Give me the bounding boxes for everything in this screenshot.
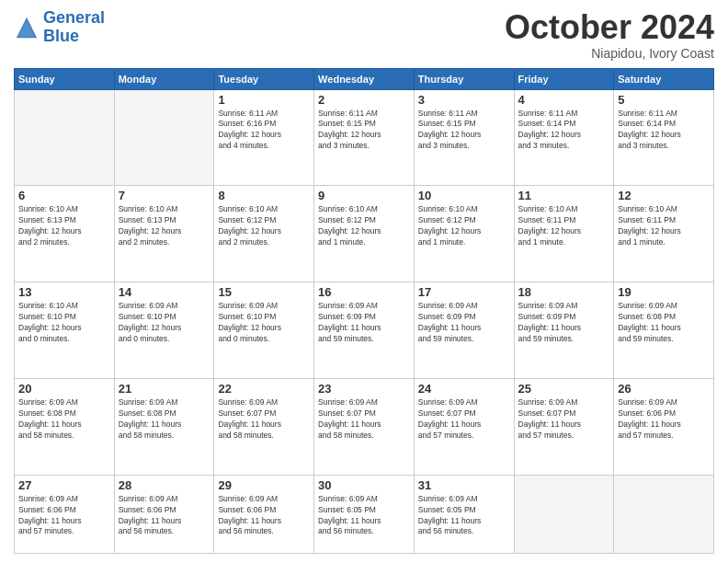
table-row: 10Sunrise: 6:10 AM Sunset: 6:12 PM Dayli…	[414, 186, 514, 282]
day-number: 1	[218, 93, 310, 107]
table-row: 16Sunrise: 6:09 AM Sunset: 6:09 PM Dayli…	[314, 282, 415, 379]
day-info: Sunrise: 6:11 AM Sunset: 6:16 PM Dayligh…	[218, 109, 310, 153]
day-number: 9	[318, 189, 410, 202]
day-info: Sunrise: 6:10 AM Sunset: 6:13 PM Dayligh…	[18, 204, 110, 248]
table-row: 15Sunrise: 6:09 AM Sunset: 6:10 PM Dayli…	[214, 282, 314, 379]
day-number: 17	[418, 285, 510, 299]
day-info: Sunrise: 6:09 AM Sunset: 6:10 PM Dayligh…	[218, 301, 310, 345]
day-info: Sunrise: 6:11 AM Sunset: 6:15 PM Dayligh…	[418, 109, 510, 153]
logo-text: General Blue	[43, 9, 105, 46]
day-number: 28	[119, 478, 210, 492]
calendar-header-row: Sunday Monday Tuesday Wednesday Thursday…	[15, 68, 714, 89]
day-number: 27	[18, 478, 110, 492]
day-info: Sunrise: 6:09 AM Sunset: 6:05 PM Dayligh…	[418, 494, 510, 538]
table-row: 14Sunrise: 6:09 AM Sunset: 6:10 PM Dayli…	[114, 282, 214, 379]
day-info: Sunrise: 6:09 AM Sunset: 6:07 PM Dayligh…	[218, 397, 310, 442]
table-row	[514, 475, 614, 553]
logo-line1: General	[43, 8, 105, 27]
day-info: Sunrise: 6:10 AM Sunset: 6:12 PM Dayligh…	[318, 204, 410, 248]
day-number: 5	[618, 93, 710, 107]
table-row: 6Sunrise: 6:10 AM Sunset: 6:13 PM Daylig…	[15, 186, 115, 282]
day-number: 13	[18, 285, 110, 299]
calendar-week-row: 1Sunrise: 6:11 AM Sunset: 6:16 PM Daylig…	[15, 89, 714, 186]
day-number: 25	[518, 382, 610, 396]
day-number: 22	[218, 382, 310, 396]
table-row: 25Sunrise: 6:09 AM Sunset: 6:07 PM Dayli…	[514, 378, 614, 475]
day-info: Sunrise: 6:10 AM Sunset: 6:11 PM Dayligh…	[518, 204, 610, 248]
logo-line2: Blue	[43, 27, 79, 45]
day-number: 15	[218, 285, 310, 299]
col-friday: Friday	[514, 68, 614, 89]
header: General Blue October 2024 Niapidou, Ivor…	[14, 9, 714, 61]
table-row: 9Sunrise: 6:10 AM Sunset: 6:12 PM Daylig…	[314, 186, 415, 282]
day-number: 19	[618, 285, 710, 299]
calendar-week-row: 6Sunrise: 6:10 AM Sunset: 6:13 PM Daylig…	[15, 186, 714, 282]
day-number: 4	[518, 93, 610, 107]
day-number: 8	[218, 189, 310, 202]
table-row: 23Sunrise: 6:09 AM Sunset: 6:07 PM Dayli…	[314, 378, 415, 475]
table-row: 18Sunrise: 6:09 AM Sunset: 6:09 PM Dayli…	[514, 282, 614, 379]
table-row: 12Sunrise: 6:10 AM Sunset: 6:11 PM Dayli…	[614, 186, 714, 282]
table-row	[15, 89, 115, 186]
day-info: Sunrise: 6:10 AM Sunset: 6:12 PM Dayligh…	[418, 204, 510, 248]
day-info: Sunrise: 6:10 AM Sunset: 6:13 PM Dayligh…	[119, 204, 210, 248]
day-info: Sunrise: 6:09 AM Sunset: 6:05 PM Dayligh…	[318, 494, 410, 538]
table-row: 22Sunrise: 6:09 AM Sunset: 6:07 PM Dayli…	[214, 378, 314, 475]
day-info: Sunrise: 6:09 AM Sunset: 6:06 PM Dayligh…	[119, 494, 210, 538]
col-saturday: Saturday	[614, 68, 714, 89]
page: General Blue October 2024 Niapidou, Ivor…	[0, 0, 728, 563]
col-thursday: Thursday	[414, 68, 514, 89]
col-sunday: Sunday	[15, 68, 115, 89]
calendar-table: Sunday Monday Tuesday Wednesday Thursday…	[14, 68, 714, 554]
day-info: Sunrise: 6:11 AM Sunset: 6:14 PM Dayligh…	[518, 109, 610, 153]
table-row: 24Sunrise: 6:09 AM Sunset: 6:07 PM Dayli…	[414, 378, 514, 475]
table-row	[114, 89, 214, 186]
day-number: 16	[318, 285, 410, 299]
calendar-week-row: 13Sunrise: 6:10 AM Sunset: 6:10 PM Dayli…	[15, 282, 714, 379]
day-info: Sunrise: 6:11 AM Sunset: 6:15 PM Dayligh…	[318, 109, 410, 153]
table-row: 1Sunrise: 6:11 AM Sunset: 6:16 PM Daylig…	[214, 89, 314, 186]
day-info: Sunrise: 6:10 AM Sunset: 6:10 PM Dayligh…	[18, 301, 110, 345]
table-row: 7Sunrise: 6:10 AM Sunset: 6:13 PM Daylig…	[114, 186, 214, 282]
day-number: 21	[119, 382, 210, 396]
day-info: Sunrise: 6:09 AM Sunset: 6:06 PM Dayligh…	[18, 494, 110, 538]
table-row: 26Sunrise: 6:09 AM Sunset: 6:06 PM Dayli…	[614, 378, 714, 475]
table-row: 2Sunrise: 6:11 AM Sunset: 6:15 PM Daylig…	[314, 89, 415, 186]
day-info: Sunrise: 6:11 AM Sunset: 6:14 PM Dayligh…	[618, 109, 710, 153]
day-number: 29	[218, 478, 310, 492]
day-number: 31	[418, 478, 510, 492]
day-info: Sunrise: 6:09 AM Sunset: 6:07 PM Dayligh…	[418, 397, 510, 442]
table-row: 8Sunrise: 6:10 AM Sunset: 6:12 PM Daylig…	[214, 186, 314, 282]
calendar-week-row: 20Sunrise: 6:09 AM Sunset: 6:08 PM Dayli…	[15, 378, 714, 475]
table-row: 30Sunrise: 6:09 AM Sunset: 6:05 PM Dayli…	[314, 475, 415, 553]
table-row: 27Sunrise: 6:09 AM Sunset: 6:06 PM Dayli…	[15, 475, 115, 553]
month-title: October 2024	[505, 9, 714, 46]
day-info: Sunrise: 6:09 AM Sunset: 6:08 PM Dayligh…	[119, 397, 210, 442]
logo-icon	[14, 15, 40, 40]
day-number: 12	[618, 189, 710, 202]
day-info: Sunrise: 6:10 AM Sunset: 6:12 PM Dayligh…	[218, 204, 310, 248]
day-info: Sunrise: 6:09 AM Sunset: 6:08 PM Dayligh…	[618, 301, 710, 345]
day-number: 6	[18, 189, 110, 202]
day-number: 10	[418, 189, 510, 202]
day-info: Sunrise: 6:09 AM Sunset: 6:09 PM Dayligh…	[318, 301, 410, 345]
table-row: 29Sunrise: 6:09 AM Sunset: 6:06 PM Dayli…	[214, 475, 314, 553]
table-row: 28Sunrise: 6:09 AM Sunset: 6:06 PM Dayli…	[114, 475, 214, 553]
logo: General Blue	[14, 9, 105, 46]
table-row: 4Sunrise: 6:11 AM Sunset: 6:14 PM Daylig…	[514, 89, 614, 186]
day-number: 23	[318, 382, 410, 396]
subtitle: Niapidou, Ivory Coast	[505, 46, 714, 61]
day-info: Sunrise: 6:09 AM Sunset: 6:06 PM Dayligh…	[618, 397, 710, 442]
table-row: 31Sunrise: 6:09 AM Sunset: 6:05 PM Dayli…	[414, 475, 514, 553]
day-number: 26	[618, 382, 710, 396]
day-info: Sunrise: 6:09 AM Sunset: 6:09 PM Dayligh…	[418, 301, 510, 345]
day-info: Sunrise: 6:10 AM Sunset: 6:11 PM Dayligh…	[618, 204, 710, 248]
table-row: 11Sunrise: 6:10 AM Sunset: 6:11 PM Dayli…	[514, 186, 614, 282]
calendar-week-row: 27Sunrise: 6:09 AM Sunset: 6:06 PM Dayli…	[15, 475, 714, 553]
day-info: Sunrise: 6:09 AM Sunset: 6:10 PM Dayligh…	[119, 301, 210, 345]
day-number: 30	[318, 478, 410, 492]
table-row: 17Sunrise: 6:09 AM Sunset: 6:09 PM Dayli…	[414, 282, 514, 379]
table-row: 13Sunrise: 6:10 AM Sunset: 6:10 PM Dayli…	[15, 282, 115, 379]
day-info: Sunrise: 6:09 AM Sunset: 6:08 PM Dayligh…	[18, 397, 110, 442]
col-wednesday: Wednesday	[314, 68, 415, 89]
